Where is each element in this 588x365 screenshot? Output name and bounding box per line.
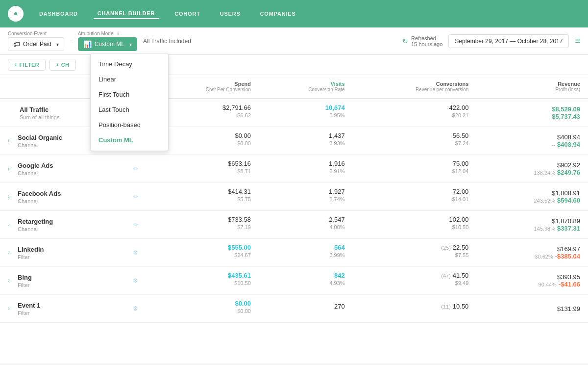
expand-arrow[interactable]: › <box>8 221 16 228</box>
conv-value: (47)41.50 <box>441 272 468 279</box>
conv-value: 72.00 <box>453 188 469 195</box>
dropdown-item-custom-ml[interactable]: Custom ML <box>91 132 168 148</box>
channel-cell: › Bing Filter ⚙ <box>0 267 149 295</box>
row-name: Linkedin <box>18 246 128 253</box>
table-row: › Retargeting Channel ✏ $733.58 $7.19 2,… <box>0 211 588 239</box>
spend-cell: $653.16 $8.71 <box>149 155 259 183</box>
visits-cell: 1,927 3.74% <box>259 183 353 211</box>
spend-sub: $24.67 <box>234 252 251 258</box>
conv-value: 422.00 <box>449 104 469 111</box>
spend-sub: $7.19 <box>237 224 251 230</box>
spend-value: $733.58 <box>228 216 251 223</box>
edit-icon[interactable]: ✏ <box>130 192 141 201</box>
revenue-label: Revenue <box>558 81 580 87</box>
spend-cell: $555.00 $24.67 <box>149 239 259 267</box>
toolbar: Conversion Event 🏷 Order Paid ▾ : Attrib… <box>0 27 588 55</box>
revenue-cell: $902.92 138.24% $249.76 <box>476 155 588 183</box>
row-sub: Channel <box>18 170 128 176</box>
revenue-cell: $1,070.89 145.98% $337.31 <box>476 211 588 239</box>
chevron-down-icon: ▾ <box>129 42 132 47</box>
table-row: › Google Ads Channel ✏ $653.16 $8.71 1,9… <box>0 155 588 183</box>
expand-arrow[interactable]: › <box>8 249 16 256</box>
row-name: Google Ads <box>18 162 128 169</box>
conv-sub: $9.49 <box>455 280 469 286</box>
spend-sub: $0.00 <box>237 308 251 314</box>
conversion-select[interactable]: 🏷 Order Paid ▾ <box>8 37 64 51</box>
separator: : <box>70 37 72 45</box>
nav-cohort[interactable]: Cohort <box>171 9 204 19</box>
visits-cell: 270 <box>259 295 353 323</box>
filters-row: + FILTER + CH <box>0 55 588 75</box>
date-range[interactable]: September 29, 2017 — October 28, 2017 <box>448 34 569 48</box>
nav-users[interactable]: Users <box>216 9 245 19</box>
visits-value: 270 <box>334 303 345 310</box>
conversions-cell: (25)22.50 $7.55 <box>353 239 477 267</box>
conv-sub: $14.01 <box>452 196 469 202</box>
gear-icon[interactable]: ⚙ <box>130 304 141 313</box>
gear-icon[interactable]: ⚙ <box>130 276 141 285</box>
spend-value: $0.00 <box>235 132 251 139</box>
spend-cell: $0.00 $0.00 <box>149 295 259 323</box>
table-row: › Bing Filter ⚙ $435.61 $10.50 842 4.93%… <box>0 267 588 295</box>
expand-arrow[interactable]: › <box>8 137 16 144</box>
refresh-status: ↻ Refreshed 15 hours ago <box>402 35 442 47</box>
conv-value: (25)22.50 <box>441 244 468 251</box>
conversion-value: Order Paid <box>23 41 51 48</box>
visits-header: Visits Conversion Rate <box>259 75 353 99</box>
conversions-cell: 75.00 $12.04 <box>353 155 477 183</box>
channel-cell: › Retargeting Channel ✏ <box>0 211 149 239</box>
attribution-select[interactable]: 📊 Custom ML ▾ <box>78 37 137 51</box>
channel-cell: › Facebook Ads Channel ✏ <box>0 183 149 211</box>
toolbar-right: ↻ Refreshed 15 hours ago September 29, 2… <box>402 34 580 48</box>
visits-sub: 3.93% <box>329 140 344 146</box>
nav-channel-builder[interactable]: Channel Builder <box>94 8 159 19</box>
nav-companies[interactable]: Companies <box>256 9 300 19</box>
nav-dashboard[interactable]: Dashboard <box>35 9 82 19</box>
spend-value: $435.61 <box>228 272 251 279</box>
spend-cell: $414.31 $5.75 <box>149 183 259 211</box>
filter-icon[interactable]: ≡ <box>575 36 580 46</box>
revenue-cell: $408.94 -- $408.94 <box>476 127 588 155</box>
spend-value: $555.00 <box>228 244 251 251</box>
revenue-sub: $594.60 <box>557 197 580 204</box>
spend-sub: $0.00 <box>237 140 251 146</box>
revenue-value: $408.94 <box>557 133 580 141</box>
attribution-dropdown: Time Decay Linear First Touch Last Touch… <box>90 53 169 151</box>
expand-arrow[interactable]: › <box>8 305 16 312</box>
expand-arrow[interactable]: › <box>8 165 16 172</box>
revenue-sub: $249.76 <box>557 169 580 176</box>
conversion-event-section: Conversion Event 🏷 Order Paid ▾ <box>8 31 64 51</box>
revenue-cell: $169.97 30.62% -$385.04 <box>476 239 588 267</box>
dropdown-item-position-based[interactable]: Position-based <box>91 117 168 132</box>
row-sub: Filter <box>18 310 128 316</box>
row-name: Retargeting <box>18 218 128 225</box>
edit-icon[interactable]: ✏ <box>130 164 141 173</box>
row-name: Facebook Ads <box>18 190 128 197</box>
dropdown-item-time-decay[interactable]: Time Decay <box>91 56 168 72</box>
conversions-cell: 102.00 $10.50 <box>353 211 477 239</box>
visits-sub: 3.91% <box>329 168 344 174</box>
revenue-header: Revenue Profit (loss) <box>476 75 588 99</box>
visits-cell: 564 3.99% <box>259 239 353 267</box>
all-traffic-label: All Traffic Included <box>143 38 191 45</box>
spend-sub: $8.71 <box>237 168 251 174</box>
spend-value: $0.00 <box>235 300 251 307</box>
revenue-sub: -$41.66 <box>559 281 580 288</box>
refresh-line2: 15 hours ago <box>411 41 442 47</box>
gear-icon[interactable]: ⚙ <box>130 248 141 257</box>
edit-icon[interactable]: ✏ <box>130 220 141 229</box>
ch-button[interactable]: + CH <box>49 59 75 71</box>
conversions-cell: 72.00 $14.01 <box>353 183 477 211</box>
revenue-value: $131.99 <box>557 305 580 313</box>
row-name: All Traffic <box>20 106 59 113</box>
dropdown-item-linear[interactable]: Linear <box>91 72 168 87</box>
spend-value: $414.31 <box>228 188 251 195</box>
visits-value: 10,674 <box>325 104 345 111</box>
expand-arrow[interactable]: › <box>8 193 16 200</box>
filter-button[interactable]: + FILTER <box>8 59 46 71</box>
dropdown-item-last-touch[interactable]: Last Touch <box>91 102 168 117</box>
table-body: All Traffic Sum of all things $2,791.66 … <box>0 99 588 323</box>
refresh-icon: ↻ <box>402 37 408 45</box>
expand-arrow[interactable]: › <box>8 277 16 284</box>
dropdown-item-first-touch[interactable]: First Touch <box>91 87 168 102</box>
